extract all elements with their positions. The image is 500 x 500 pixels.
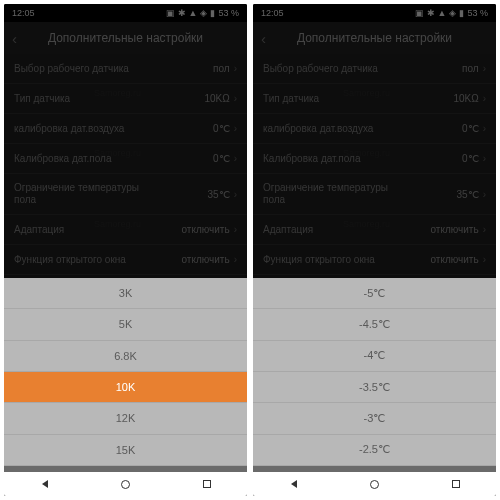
title-bar: ‹Дополнительные настройки <box>4 22 247 54</box>
title-bar: ‹Дополнительные настройки <box>253 22 496 54</box>
row-label: калибровка дат.воздуха <box>263 123 373 135</box>
row-value: пол› <box>462 63 486 74</box>
status-icons: ▣✱▲◈▮53 % <box>166 8 239 18</box>
row-label: Ограничение температуры пола <box>14 182 154 206</box>
chevron-right-icon: › <box>483 93 486 104</box>
chevron-right-icon: › <box>483 123 486 134</box>
row-label: Адаптация <box>263 224 313 236</box>
nav-home-icon[interactable] <box>118 483 134 485</box>
settings-row[interactable]: Ограничение температуры пола 35℃› <box>253 174 496 215</box>
row-label: Калибровка дат.пола <box>14 153 112 165</box>
picker-list[interactable]: -5℃-4.5℃-4℃-3.5℃-3℃-2.5℃ <box>253 278 496 466</box>
row-label: Функция открытого окна <box>14 254 126 266</box>
settings-row[interactable]: Ограничение температуры пола 35℃› <box>4 174 247 215</box>
row-value: 0℃› <box>213 123 237 134</box>
row-value: 0℃› <box>462 123 486 134</box>
row-label: Выбор рабочего датчика <box>263 63 378 75</box>
settings-row[interactable]: Адаптация отключить› Samoreg.ru <box>253 215 496 245</box>
status-time: 12:05 <box>12 8 35 18</box>
row-label: Калибровка дат.пола <box>263 153 361 165</box>
page-title: Дополнительные настройки <box>48 31 203 45</box>
back-button[interactable]: ‹ <box>12 30 17 47</box>
settings-row[interactable]: Тип датчика 10KΩ› Samoreg.ru <box>253 84 496 114</box>
picker-item[interactable]: 3K <box>4 278 247 309</box>
settings-row[interactable]: Адаптация отключить› Samoreg.ru <box>4 215 247 245</box>
chevron-right-icon: › <box>483 153 486 164</box>
android-nav-bar <box>253 472 496 496</box>
row-value: отключить› <box>431 224 486 235</box>
picker-item[interactable]: -4.5℃ <box>253 309 496 340</box>
status-bar: 12:05 ▣✱▲◈▮53 % <box>4 4 247 22</box>
row-value: 0℃› <box>213 153 237 164</box>
picker-item[interactable]: -4℃ <box>253 341 496 372</box>
row-label: Выбор рабочего датчика <box>14 63 129 75</box>
nav-back-icon[interactable] <box>286 483 302 485</box>
status-bar: 12:05 ▣✱▲◈▮53 % <box>253 4 496 22</box>
settings-row[interactable]: Функция открытого окна отключить› <box>253 245 496 275</box>
nav-recent-icon[interactable] <box>199 483 215 485</box>
settings-row[interactable]: Выбор рабочего датчика пол› <box>253 54 496 84</box>
nav-back-icon[interactable] <box>37 483 53 485</box>
picker-item[interactable]: -5℃ <box>253 278 496 309</box>
settings-row[interactable]: калибровка дат.воздуха 0℃› <box>253 114 496 144</box>
back-button[interactable]: ‹ <box>261 30 266 47</box>
settings-row[interactable]: калибровка дат.воздуха 0℃› <box>4 114 247 144</box>
page-title: Дополнительные настройки <box>297 31 452 45</box>
row-value: отключить› <box>182 254 237 265</box>
battery-text: 53 % <box>467 8 488 18</box>
picker-item[interactable]: 5K <box>4 309 247 340</box>
status-time: 12:05 <box>261 8 284 18</box>
chevron-right-icon: › <box>483 189 486 200</box>
picker-sheet: 3K5K6.8K10K12K15KОтмена <box>4 278 247 496</box>
picker-item[interactable]: 15K <box>4 435 247 466</box>
settings-row[interactable]: Выбор рабочего датчика пол› <box>4 54 247 84</box>
nav-recent-icon[interactable] <box>448 483 464 485</box>
settings-row[interactable]: Калибровка дат.пола 0℃› Samoreg.ru <box>4 144 247 174</box>
nav-home-icon[interactable] <box>367 483 383 485</box>
row-value: пол› <box>213 63 237 74</box>
status-icons: ▣✱▲◈▮53 % <box>415 8 488 18</box>
settings-row[interactable]: Функция открытого окна отключить› <box>4 245 247 275</box>
chevron-right-icon: › <box>483 63 486 74</box>
row-label: Тип датчика <box>263 93 319 105</box>
chevron-right-icon: › <box>234 224 237 235</box>
row-value: 35℃› <box>208 189 237 200</box>
row-label: Тип датчика <box>14 93 70 105</box>
row-label: Функция открытого окна <box>263 254 375 266</box>
signal-icon: ▮ <box>459 8 464 18</box>
chevron-right-icon: › <box>234 189 237 200</box>
picker-item[interactable]: 12K <box>4 403 247 434</box>
chevron-right-icon: › <box>234 153 237 164</box>
picker-item[interactable]: -2.5℃ <box>253 435 496 466</box>
chevron-right-icon: › <box>234 63 237 74</box>
battery-text: 53 % <box>218 8 239 18</box>
row-label: Ограничение температуры пола <box>263 182 403 206</box>
android-nav-bar <box>4 472 247 496</box>
wifi-icon: ◈ <box>200 8 207 18</box>
chevron-right-icon: › <box>483 254 486 265</box>
row-value: 10KΩ› <box>453 93 486 104</box>
row-label: калибровка дат.воздуха <box>14 123 124 135</box>
chevron-right-icon: › <box>483 224 486 235</box>
picker-item[interactable]: -3℃ <box>253 403 496 434</box>
settings-row[interactable]: Калибровка дат.пола 0℃› Samoreg.ru <box>253 144 496 174</box>
signal-icon: ▮ <box>210 8 215 18</box>
row-value: 10KΩ› <box>204 93 237 104</box>
row-value: 0℃› <box>462 153 486 164</box>
settings-row[interactable]: Тип датчика 10KΩ› Samoreg.ru <box>4 84 247 114</box>
picker-sheet: -5℃-4.5℃-4℃-3.5℃-3℃-2.5℃Отмена <box>253 278 496 496</box>
chevron-right-icon: › <box>234 123 237 134</box>
row-value: отключить› <box>431 254 486 265</box>
picker-item[interactable]: -3.5℃ <box>253 372 496 403</box>
chevron-right-icon: › <box>234 93 237 104</box>
row-label: Адаптация <box>14 224 64 236</box>
wifi-icon: ◈ <box>449 8 456 18</box>
picker-item[interactable]: 6.8K <box>4 341 247 372</box>
row-value: 35℃› <box>457 189 486 200</box>
chevron-right-icon: › <box>234 254 237 265</box>
picker-list[interactable]: 3K5K6.8K10K12K15K <box>4 278 247 466</box>
row-value: отключить› <box>182 224 237 235</box>
picker-item[interactable]: 10K <box>4 372 247 403</box>
